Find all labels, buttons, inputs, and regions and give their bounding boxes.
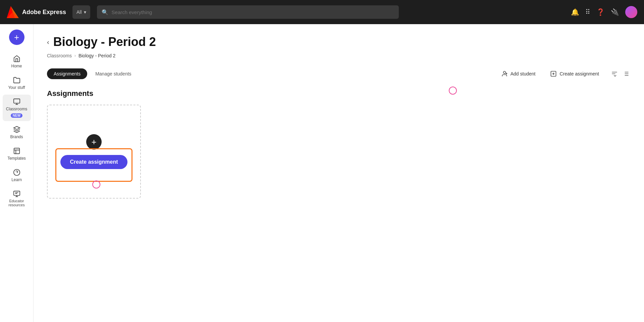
sort-icon[interactable]	[610, 69, 619, 78]
templates-icon	[13, 147, 20, 155]
sidebar-item-templates[interactable]: Templates	[3, 144, 31, 164]
nav-icons: 🔔 ⠿ ❓ 🔌	[571, 6, 637, 18]
sidebar-item-classrooms[interactable]: Classrooms NEW	[3, 95, 31, 121]
notification-icon[interactable]: 🔔	[571, 8, 579, 16]
brands-icon	[13, 126, 20, 133]
breadcrumb: Classrooms › Biology - Period 2	[47, 53, 631, 58]
tab-assignments[interactable]: Assignments	[47, 68, 87, 79]
sidebar-item-label: Your stuff	[8, 85, 25, 90]
sidebar-item-brands[interactable]: Brands	[3, 122, 31, 143]
learn-icon	[13, 169, 20, 176]
sidebar-item-label: Brands	[10, 135, 23, 139]
add-student-icon	[501, 70, 508, 77]
tab-manage-students[interactable]: Manage students	[89, 68, 138, 79]
search-icon: 🔍	[102, 9, 108, 15]
search-input[interactable]	[112, 9, 394, 15]
sidebar-item-your-stuff[interactable]: Your stuff	[3, 73, 31, 93]
search-bar: 🔍	[97, 5, 399, 19]
page-header: ‹ Biology - Period 2	[47, 35, 631, 49]
sidebar-item-educator-resources[interactable]: Educator resources	[3, 187, 31, 210]
assignment-card-placeholder: + Create assignment	[47, 105, 141, 199]
create-button[interactable]: +	[9, 30, 24, 45]
breadcrumb-parent-link[interactable]: Classrooms	[47, 53, 72, 58]
create-assignment-card-button[interactable]: Create assignment	[60, 155, 127, 169]
svg-rect-6	[13, 191, 19, 196]
plugin-icon[interactable]: 🔌	[611, 8, 619, 16]
app-name: Adobe Express	[22, 9, 66, 16]
top-navigation: Adobe Express All ▾ 🔍 🔔 ⠿ ❓ 🔌	[0, 0, 644, 24]
view-toggle	[610, 69, 631, 78]
svg-rect-3	[13, 99, 19, 103]
apps-icon[interactable]: ⠿	[585, 8, 590, 16]
logo-area: Adobe Express	[7, 6, 67, 18]
tab-actions: Add student Create assignment	[497, 68, 631, 80]
create-assignment-header-label: Create assignment	[559, 71, 599, 76]
user-avatar[interactable]	[625, 6, 637, 18]
svg-point-7	[503, 71, 505, 74]
back-button[interactable]: ‹	[47, 38, 49, 46]
add-student-button[interactable]: Add student	[497, 68, 540, 80]
help-icon[interactable]: ❓	[596, 8, 605, 16]
page-title: Biology - Period 2	[53, 35, 156, 49]
chevron-down-icon: ▾	[84, 9, 86, 15]
search-filter-dropdown[interactable]: All ▾	[72, 5, 90, 19]
main-content: ‹ Biology - Period 2 Classrooms › Biolog…	[34, 24, 644, 322]
create-assignment-icon	[550, 70, 557, 77]
tabs-bar: Assignments Manage students Add student	[47, 68, 631, 80]
sidebar-item-home[interactable]: Home	[3, 52, 31, 72]
create-assignment-header-button[interactable]: Create assignment	[546, 68, 603, 80]
sidebar-item-label: Home	[11, 64, 22, 68]
adobe-logo-icon	[7, 6, 19, 18]
svg-rect-4	[14, 148, 19, 154]
home-icon	[13, 55, 20, 62]
educator-resources-icon	[13, 190, 20, 198]
tab-group: Assignments Manage students	[47, 68, 138, 79]
folder-icon	[13, 76, 20, 84]
section-title: Assignments	[47, 89, 631, 98]
breadcrumb-current: Biology - Period 2	[78, 53, 116, 58]
list-view-icon[interactable]	[621, 69, 631, 78]
sidebar: + Home Your stuff Classrooms NEW	[0, 24, 34, 322]
sidebar-item-learn[interactable]: Learn	[3, 165, 31, 185]
sidebar-item-label: Classrooms	[6, 107, 27, 111]
card-plus-icon: +	[86, 134, 102, 150]
new-badge: NEW	[11, 113, 22, 118]
sidebar-item-label: Educator resources	[5, 199, 28, 207]
classrooms-icon	[13, 98, 20, 105]
sidebar-item-label: Templates	[7, 156, 26, 161]
add-student-label: Add student	[511, 71, 536, 76]
breadcrumb-separator: ›	[74, 53, 76, 58]
filter-label: All	[76, 9, 82, 15]
sidebar-item-label: Learn	[11, 177, 22, 182]
